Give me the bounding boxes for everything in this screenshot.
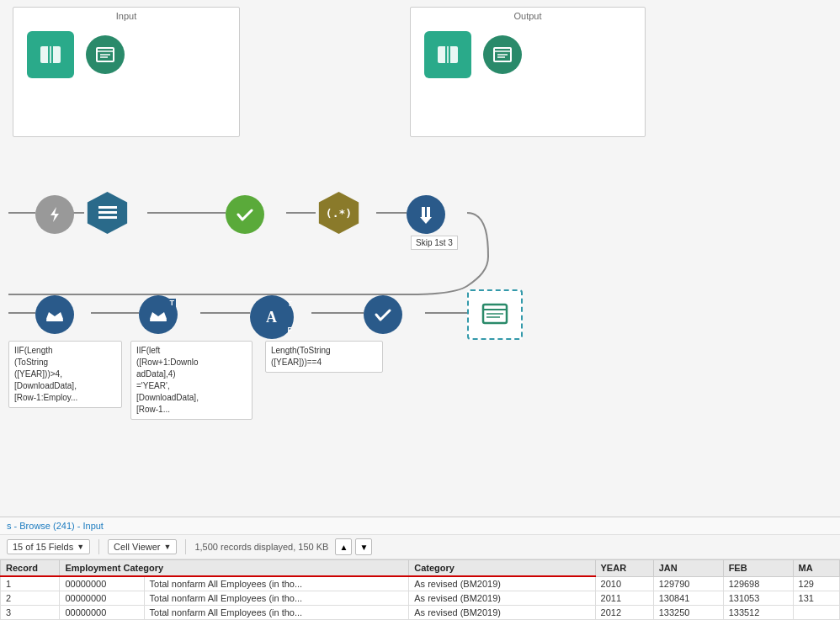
fields-dropdown-btn[interactable]: 15 of 15 Fields ▼	[7, 539, 90, 554]
cell-emp-cat: Total nonfarm All Employees (in tho...	[144, 606, 409, 620]
check2-node[interactable]	[364, 295, 402, 334]
cell-viewer-btn[interactable]: Cell Viewer ▼	[108, 539, 177, 554]
input-box: Input	[13, 7, 240, 137]
output-box-content	[411, 23, 645, 90]
input-box-content	[13, 23, 239, 90]
table-container[interactable]: Record Employment Category Category YEAR…	[0, 559, 840, 620]
svg-marker-34	[420, 217, 432, 224]
cell-ma: 129	[793, 576, 839, 591]
lightning-icon	[45, 205, 64, 224]
output-book-node[interactable]	[424, 31, 471, 78]
cell-viewer-arrow-icon: ▼	[164, 543, 172, 551]
book-open-icon	[37, 41, 64, 68]
table-row: 2 00000000 Total nonfarm All Employees (…	[1, 591, 840, 606]
input-box-label: Input	[13, 8, 239, 23]
test-icon	[415, 204, 437, 225]
check2-icon	[372, 304, 394, 326]
input-browse-node[interactable]	[86, 35, 125, 74]
annotation-3: Length(ToString ([YEAR]))==4	[265, 341, 383, 373]
records-info: 1,500 records displayed, 150 KB	[194, 542, 328, 552]
cell-year: 2012	[595, 606, 653, 620]
col-feb[interactable]: FEB	[723, 560, 793, 577]
toolbar-divider-2	[185, 539, 186, 554]
cell-ma: 131	[793, 591, 839, 606]
output-browse-node[interactable]	[483, 35, 522, 74]
sample-node[interactable]	[407, 195, 445, 234]
cell-code: 00000000	[60, 576, 144, 591]
browse-dashed-icon	[480, 299, 510, 330]
toolbar-bar: 15 of 15 Fields ▼ Cell Viewer ▼ 1,500 re…	[0, 535, 840, 559]
browse-icon-2	[492, 44, 513, 66]
cell-jan: 130841	[653, 591, 723, 606]
filter-node[interactable]	[226, 195, 264, 234]
output-box-label: Output	[411, 8, 645, 23]
svg-rect-37	[46, 319, 63, 321]
toolbar-divider-1	[98, 539, 99, 554]
annotation-1: IIF(Length (ToString ([YEAR]))>4, [Downl…	[8, 341, 122, 408]
svg-marker-28	[51, 207, 59, 222]
dropdown-arrow-icon: ▼	[77, 543, 84, 551]
browse-icon	[94, 44, 116, 66]
svg-marker-38	[150, 312, 167, 319]
col-category[interactable]: Category	[409, 560, 595, 577]
cell-category: As revised (BM2019)	[409, 576, 595, 591]
browse-dashed-node[interactable]	[467, 289, 523, 340]
col-employment-category[interactable]: Employment Category	[60, 560, 409, 577]
cell-category: As revised (BM2019)	[409, 606, 595, 620]
output-box: Output	[410, 7, 646, 137]
cell-feb: 133512	[723, 606, 793, 620]
table-row: 1 00000000 Total nonfarm All Employees (…	[1, 576, 840, 591]
breadcrumb: s - Browse (241) - Input	[0, 517, 840, 535]
scroll-arrows: ▲ ▼	[335, 538, 372, 555]
checkmark-icon	[234, 204, 256, 225]
skip-label: Skip 1st 3	[411, 236, 458, 250]
data-table: Record Employment Category Category YEAR…	[0, 559, 840, 620]
svg-rect-32	[422, 207, 425, 217]
cell-year: 2010	[595, 576, 653, 591]
bottom-panel: s - Browse (241) - Input 15 of 15 Fields…	[0, 517, 840, 620]
cell-ma	[793, 606, 839, 620]
cell-category: As revised (BM2019)	[409, 591, 595, 606]
cell-feb: 131053	[723, 591, 793, 606]
cell-record: 3	[1, 606, 60, 620]
svg-marker-36	[46, 312, 63, 319]
cell-jan: 133250	[653, 606, 723, 620]
cell-code: 00000000	[60, 591, 144, 606]
crown1-icon	[44, 304, 66, 326]
regex-node[interactable]: (.*)	[316, 192, 362, 234]
col-year[interactable]: YEAR	[595, 560, 653, 577]
col-ma[interactable]: MA	[793, 560, 839, 577]
cell-emp-cat: Total nonfarm All Employees (in tho...	[144, 591, 409, 606]
workflow-canvas: Input Outp	[0, 0, 840, 517]
svg-rect-30	[98, 211, 117, 214]
input-book-node[interactable]	[27, 31, 74, 78]
crown1-node[interactable]	[35, 295, 74, 334]
col-jan[interactable]: JAN	[653, 560, 723, 577]
f-label-formula: F	[288, 326, 293, 334]
cell-code: 00000000	[60, 606, 144, 620]
multirow-icon	[97, 204, 119, 222]
cell-record: 1	[1, 576, 60, 591]
col-record[interactable]: Record	[1, 560, 60, 577]
cell-record: 2	[1, 591, 60, 606]
svg-rect-29	[98, 206, 117, 209]
cell-year: 2011	[595, 591, 653, 606]
cell-feb: 129698	[723, 576, 793, 591]
t-label-formula: T	[288, 299, 293, 308]
cell-emp-cat: Total nonfarm All Employees (in tho...	[144, 576, 409, 591]
scroll-up-btn[interactable]: ▲	[335, 538, 352, 555]
svg-rect-31	[98, 216, 117, 219]
table-row: 3 00000000 Total nonfarm All Employees (…	[1, 606, 840, 620]
annotation-2: IIF(left ([Row+1:Downlo adData],4) ='YEA…	[130, 341, 253, 420]
svg-rect-39	[150, 319, 167, 321]
book-open-icon-2	[434, 41, 461, 68]
cell-jan: 129790	[653, 576, 723, 591]
svg-rect-33	[427, 207, 430, 217]
scroll-down-btn[interactable]: ▼	[355, 538, 372, 555]
multirow-node[interactable]	[84, 192, 130, 234]
regex-label: (.*)	[326, 207, 352, 220]
lightning-node[interactable]	[35, 195, 74, 234]
t-label: T	[168, 299, 177, 307]
